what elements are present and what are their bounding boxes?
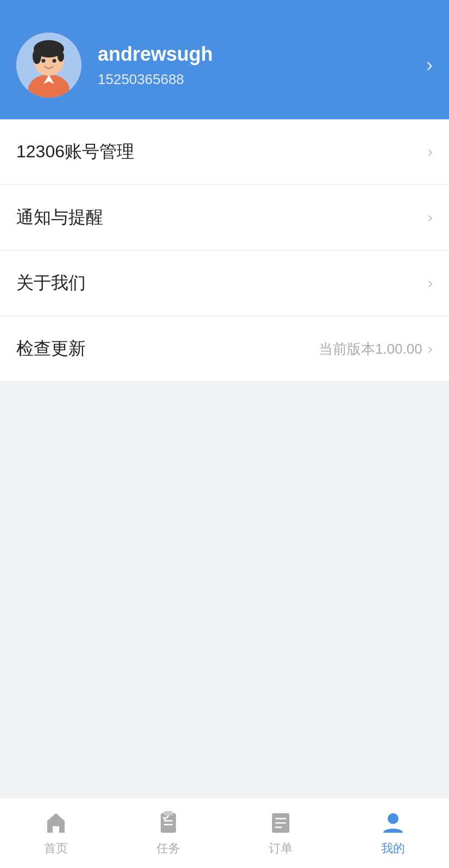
menu-item-account-right: › bbox=[428, 143, 433, 161]
nav-label-profile: 我的 bbox=[381, 840, 405, 857]
nav-label-order: 订单 bbox=[269, 840, 293, 857]
menu-list: 12306账号管理 › 通知与提醒 › 关于我们 › 检查更新 当前版本1.00… bbox=[0, 119, 449, 382]
profile-phone: 15250365688 bbox=[98, 71, 410, 88]
profile-icon bbox=[380, 810, 406, 836]
avatar bbox=[16, 33, 81, 98]
menu-item-account-label: 12306账号管理 bbox=[16, 140, 134, 164]
svg-point-6 bbox=[58, 51, 64, 62]
svg-point-17 bbox=[388, 813, 399, 824]
menu-item-account-chevron: › bbox=[428, 143, 433, 161]
profile-username: andrewsugh bbox=[98, 43, 410, 66]
svg-point-7 bbox=[42, 59, 46, 63]
menu-item-notifications-right: › bbox=[428, 209, 433, 226]
menu-item-update[interactable]: 检查更新 当前版本1.00.00 › bbox=[0, 316, 449, 382]
menu-item-about-right: › bbox=[428, 275, 433, 292]
menu-item-update-value: 当前版本1.00.00 bbox=[319, 340, 422, 359]
svg-rect-10 bbox=[164, 811, 173, 815]
menu-item-notifications-chevron: › bbox=[428, 209, 433, 226]
menu-item-about-label: 关于我们 bbox=[16, 271, 86, 295]
nav-label-task: 任务 bbox=[156, 840, 180, 857]
task-icon bbox=[155, 810, 181, 836]
menu-item-notifications[interactable]: 通知与提醒 › bbox=[0, 185, 449, 251]
nav-item-profile[interactable]: 我的 bbox=[337, 798, 449, 868]
nav-item-order[interactable]: 订单 bbox=[225, 798, 337, 868]
profile-chevron-icon: › bbox=[426, 54, 433, 76]
bottom-navigation: 首页 任务 订单 我的 bbox=[0, 797, 449, 868]
order-icon bbox=[268, 810, 294, 836]
svg-point-5 bbox=[33, 49, 41, 64]
menu-item-account[interactable]: 12306账号管理 › bbox=[0, 119, 449, 185]
menu-item-update-chevron: › bbox=[428, 340, 433, 358]
svg-point-8 bbox=[53, 59, 56, 63]
home-icon bbox=[43, 810, 69, 836]
menu-item-update-right: 当前版本1.00.00 › bbox=[319, 340, 433, 359]
profile-info: andrewsugh 15250365688 bbox=[98, 43, 410, 88]
profile-header[interactable]: andrewsugh 15250365688 › bbox=[0, 0, 449, 119]
menu-item-update-label: 检查更新 bbox=[16, 337, 86, 361]
nav-label-home: 首页 bbox=[44, 840, 68, 857]
menu-item-about[interactable]: 关于我们 › bbox=[0, 251, 449, 316]
nav-item-home[interactable]: 首页 bbox=[0, 798, 112, 868]
menu-item-notifications-label: 通知与提醒 bbox=[16, 206, 103, 229]
content-spacer bbox=[0, 382, 449, 797]
menu-item-about-chevron: › bbox=[428, 275, 433, 292]
nav-item-task[interactable]: 任务 bbox=[112, 798, 225, 868]
